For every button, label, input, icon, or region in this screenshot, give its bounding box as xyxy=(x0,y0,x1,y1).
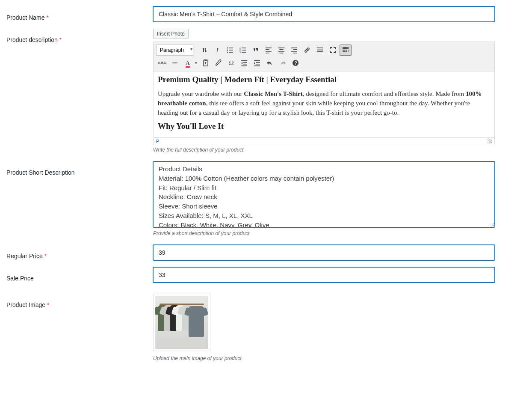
strikethrough-button[interactable]: ABC xyxy=(156,57,168,68)
svg-rect-47 xyxy=(256,64,260,65)
svg-rect-24 xyxy=(317,48,323,48)
fullscreen-button[interactable] xyxy=(327,45,339,56)
sale-price-input[interactable] xyxy=(153,267,495,283)
svg-rect-1 xyxy=(229,48,233,48)
italic-button[interactable]: I xyxy=(211,45,223,56)
link-button[interactable] xyxy=(301,45,313,56)
product-name-input[interactable] xyxy=(153,6,495,22)
svg-rect-13 xyxy=(266,49,269,50)
short-description-hint: Provide a short description of your prod… xyxy=(153,230,495,236)
svg-text:?: ? xyxy=(295,61,297,66)
svg-rect-41 xyxy=(241,60,247,61)
svg-rect-23 xyxy=(293,53,297,54)
align-right-button[interactable] xyxy=(288,45,300,56)
svg-rect-32 xyxy=(348,50,349,51)
editor-status-bar: P xyxy=(154,137,494,145)
svg-rect-29 xyxy=(343,50,344,51)
svg-rect-30 xyxy=(344,50,346,51)
redo-button[interactable] xyxy=(277,57,289,68)
svg-rect-21 xyxy=(293,49,297,50)
svg-text:T: T xyxy=(205,62,207,65)
align-left-button[interactable] xyxy=(263,45,275,56)
svg-rect-19 xyxy=(280,53,284,54)
svg-rect-15 xyxy=(266,53,269,54)
editor-path[interactable]: P xyxy=(156,139,159,144)
editor-heading: Why You'll Love It xyxy=(158,122,490,131)
svg-rect-3 xyxy=(229,50,233,51)
svg-rect-43 xyxy=(243,64,247,65)
svg-rect-36 xyxy=(348,51,349,52)
format-select[interactable]: Paragraph xyxy=(156,45,193,56)
clear-formatting-button[interactable] xyxy=(213,57,225,68)
svg-rect-22 xyxy=(291,51,297,52)
align-center-button[interactable] xyxy=(275,45,287,56)
svg-rect-44 xyxy=(241,66,247,66)
svg-rect-25 xyxy=(317,49,323,49)
editor-toolbar: Paragraph B I 123 xyxy=(154,42,494,71)
svg-rect-7 xyxy=(242,48,246,48)
help-button[interactable]: ? xyxy=(290,57,301,68)
svg-rect-16 xyxy=(278,48,284,48)
svg-rect-26 xyxy=(317,50,323,51)
undo-button[interactable] xyxy=(264,57,276,68)
indent-button[interactable] xyxy=(251,57,263,68)
svg-rect-14 xyxy=(266,51,272,52)
editor-content-area[interactable]: Premium Quality | Modern Fit | Everyday … xyxy=(154,71,494,137)
svg-point-2 xyxy=(227,50,228,51)
svg-rect-37 xyxy=(172,63,177,63)
svg-rect-33 xyxy=(343,51,344,52)
horizontal-rule-button[interactable] xyxy=(169,57,181,68)
product-image-label: Product Image * xyxy=(6,294,153,308)
svg-text:3: 3 xyxy=(239,51,241,54)
text-color-dropdown[interactable]: ▾ xyxy=(193,57,199,68)
svg-rect-5 xyxy=(229,52,233,53)
svg-rect-17 xyxy=(280,49,284,50)
regular-price-input[interactable] xyxy=(153,245,495,260)
insert-photo-button[interactable]: Insert Photo xyxy=(153,29,189,39)
svg-rect-39 xyxy=(204,60,207,61)
insert-more-button[interactable] xyxy=(314,45,326,56)
product-image-thumbnail xyxy=(155,296,208,349)
regular-price-label: Regular Price * xyxy=(6,245,153,259)
toolbar-toggle-button[interactable] xyxy=(340,45,352,56)
svg-rect-42 xyxy=(243,62,247,63)
svg-point-0 xyxy=(227,48,228,49)
numbered-list-button[interactable]: 123 xyxy=(237,45,249,56)
short-description-textarea[interactable] xyxy=(153,161,495,227)
product-image-upload[interactable] xyxy=(153,294,210,351)
svg-rect-12 xyxy=(266,48,272,48)
description-hint: Write the full description of your produ… xyxy=(153,147,495,153)
svg-rect-28 xyxy=(343,47,349,49)
short-description-label: Product Short Description xyxy=(6,161,153,176)
svg-rect-35 xyxy=(346,51,347,52)
special-character-button[interactable]: Ω xyxy=(225,57,237,68)
svg-rect-27 xyxy=(317,51,323,52)
bullet-list-button[interactable] xyxy=(224,45,236,56)
svg-rect-45 xyxy=(254,60,260,61)
text-color-button[interactable]: A xyxy=(182,57,194,68)
editor-heading: Premium Quality | Modern Fit | Everyday … xyxy=(158,75,490,84)
svg-rect-11 xyxy=(242,52,246,53)
blockquote-button[interactable] xyxy=(250,45,262,56)
rich-text-editor: Paragraph B I 123 xyxy=(153,42,495,145)
paste-text-button[interactable]: T xyxy=(200,57,212,68)
product-image-hint: Upload the main image of your product xyxy=(153,355,495,361)
bold-button[interactable]: B xyxy=(198,45,210,56)
resize-handle-icon[interactable] xyxy=(488,139,492,143)
svg-point-4 xyxy=(227,52,228,53)
svg-rect-31 xyxy=(346,50,347,51)
svg-rect-34 xyxy=(344,51,346,52)
outdent-button[interactable] xyxy=(238,57,250,68)
svg-rect-20 xyxy=(291,48,297,48)
product-name-label: Product Name * xyxy=(6,6,153,21)
sale-price-label: Sale Price xyxy=(6,267,153,282)
svg-rect-9 xyxy=(242,50,246,51)
svg-rect-46 xyxy=(256,62,260,63)
svg-rect-18 xyxy=(278,51,284,52)
svg-rect-48 xyxy=(254,66,260,66)
editor-paragraph: Upgrade your wardrobe with our Classic M… xyxy=(158,89,490,117)
product-description-label: Product description * xyxy=(6,29,153,43)
